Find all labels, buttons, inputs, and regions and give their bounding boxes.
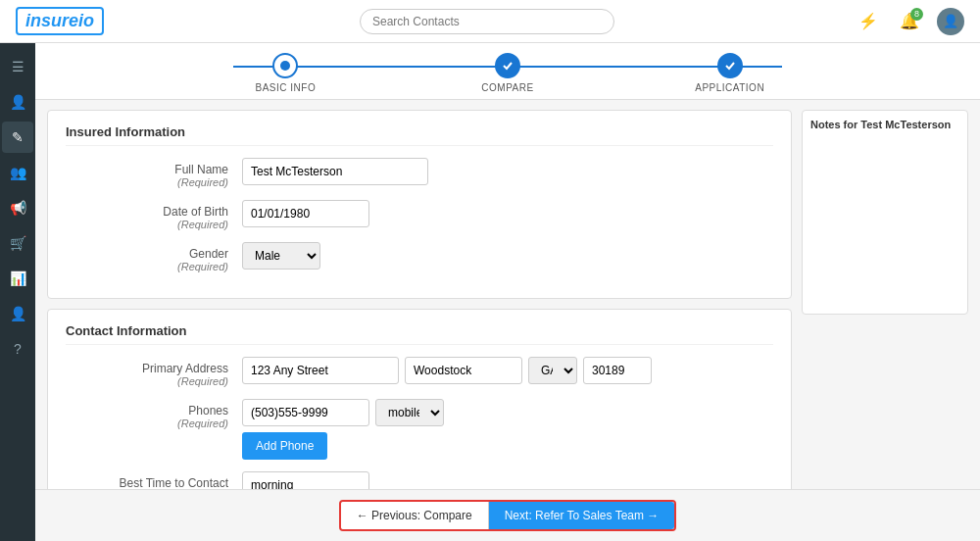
- best-time-input[interactable]: [242, 471, 369, 489]
- header-search-container: [120, 9, 855, 34]
- next-button[interactable]: Next: Refer To Sales Team →: [489, 502, 675, 529]
- step-compare: COMPARE: [397, 53, 619, 93]
- gender-row: Gender (Required) Male Female Other: [66, 242, 773, 272]
- avatar[interactable]: 👤: [937, 8, 964, 35]
- insured-info-section: Insured Information Full Name (Required)…: [47, 110, 792, 299]
- notes-box: Notes for Test McTesterson: [802, 110, 968, 315]
- best-time-control: [242, 471, 773, 489]
- form-scroll: Insured Information Full Name (Required)…: [35, 100, 980, 489]
- phone-type-select[interactable]: mobilehomework: [375, 399, 444, 426]
- stepper-inner: BASIC INFO COMPARE: [174, 53, 841, 93]
- address-zip-input[interactable]: [583, 357, 652, 384]
- step-circle-compare: [495, 53, 520, 78]
- phones-label: Phones (Required): [66, 399, 242, 429]
- add-phone-button[interactable]: Add Phone: [242, 432, 327, 460]
- prev-button[interactable]: ← Previous: Compare: [341, 502, 489, 529]
- sidebar-item-contacts[interactable]: 👤: [2, 86, 33, 118]
- phones-control: mobilehomework Add Phone: [242, 399, 773, 460]
- address-row: Primary Address (Required) GAALFLNCSCTN: [66, 357, 773, 387]
- address-city-input[interactable]: [405, 357, 522, 384]
- stepper: BASIC INFO COMPARE: [35, 43, 980, 100]
- dob-control: [242, 200, 773, 227]
- step-label-basic-info: BASIC INFO: [255, 82, 316, 93]
- full-name-input[interactable]: [242, 158, 428, 185]
- gender-select[interactable]: Male Female Other: [242, 242, 320, 270]
- full-name-label: Full Name (Required): [66, 158, 242, 188]
- address-fields: GAALFLNCSCTN: [242, 357, 773, 384]
- sidebar-item-groups[interactable]: 👥: [2, 157, 33, 188]
- nav-button-group: ← Previous: Compare Next: Refer To Sales…: [339, 500, 677, 531]
- checkmark-icon-2: [724, 60, 736, 72]
- sidebar-item-menu[interactable]: ☰: [2, 51, 33, 82]
- phone-number-input[interactable]: [242, 399, 369, 426]
- header: insureio ⚡ 🔔 8 👤: [0, 0, 980, 43]
- step-basic-info: BASIC INFO: [174, 53, 397, 93]
- form-main: Insured Information Full Name (Required)…: [47, 110, 792, 479]
- notification-badge: 8: [910, 8, 923, 21]
- address-control: GAALFLNCSCTN: [242, 357, 773, 384]
- best-time-row: Best Time to Contact (Required): [66, 471, 773, 489]
- search-input[interactable]: [360, 9, 614, 34]
- contact-info-title: Contact Information: [66, 323, 773, 345]
- contact-info-section: Contact Information Primary Address (Req…: [47, 309, 792, 489]
- dob-row: Date of Birth (Required): [66, 200, 773, 230]
- notes-panel: Notes for Test McTesterson: [802, 110, 968, 479]
- step-label-compare: COMPARE: [481, 82, 533, 93]
- phones-row: Phones (Required) mobilehomework Add Pho…: [66, 399, 773, 460]
- full-name-control: [242, 158, 773, 185]
- insured-info-title: Insured Information: [66, 124, 773, 146]
- lightning-icon[interactable]: ⚡: [855, 8, 882, 35]
- sidebar-item-profile[interactable]: 👤: [2, 298, 33, 329]
- best-time-label: Best Time to Contact (Required): [66, 471, 242, 489]
- step-circle-application: [717, 53, 743, 78]
- address-label: Primary Address (Required): [66, 357, 242, 387]
- address-street-input[interactable]: [242, 357, 399, 384]
- phone-fields: mobilehomework: [242, 399, 773, 426]
- step-dot: [280, 61, 290, 71]
- step-label-application: APPLICATION: [695, 82, 764, 93]
- gender-label: Gender (Required): [66, 242, 242, 272]
- sidebar-item-campaigns[interactable]: 📢: [2, 192, 33, 223]
- sidebar-item-help[interactable]: ?: [2, 333, 33, 365]
- main-layout: ☰ 👤 ✎ 👥 📢 🛒 📊 👤 ? BASIC INFO: [0, 43, 980, 541]
- step-application: APPLICATION: [618, 53, 841, 93]
- dob-label: Date of Birth (Required): [66, 200, 242, 230]
- header-icons: ⚡ 🔔 8 👤: [855, 8, 964, 35]
- checkmark-icon: [502, 60, 514, 72]
- dob-input[interactable]: [242, 200, 369, 227]
- logo: insureio: [16, 7, 104, 35]
- notes-title: Notes for Test McTesterson: [810, 119, 959, 130]
- sidebar: ☰ 👤 ✎ 👥 📢 🛒 📊 👤 ?: [0, 43, 35, 541]
- bottom-bar: ← Previous: Compare Next: Refer To Sales…: [35, 489, 980, 541]
- address-state-select[interactable]: GAALFLNCSCTN: [528, 357, 577, 384]
- gender-control: Male Female Other: [242, 242, 773, 270]
- bell-icon[interactable]: 🔔 8: [896, 8, 923, 35]
- sidebar-item-reports[interactable]: 📊: [2, 263, 33, 294]
- sidebar-item-store[interactable]: 🛒: [2, 227, 33, 259]
- content-area: BASIC INFO COMPARE: [35, 43, 980, 541]
- full-name-row: Full Name (Required): [66, 158, 773, 188]
- sidebar-item-edit[interactable]: ✎: [2, 122, 33, 153]
- step-circle-basic-info: [272, 53, 298, 78]
- notes-textarea[interactable]: [810, 136, 959, 303]
